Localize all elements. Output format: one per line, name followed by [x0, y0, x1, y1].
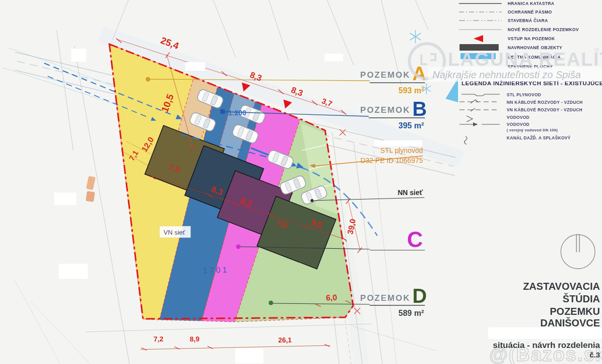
parcel-d-marker [269, 301, 273, 305]
legend-item-label: HRANICA KATASTRA [508, 1, 554, 6]
dim-label: 8,9 [190, 335, 200, 343]
parcel-d-letter: D [412, 285, 427, 307]
network-item-label: NN KÁBLOVÉ ROZVODY - VZDUCH [507, 100, 583, 105]
network-item-label: VN KÁBLOVÉ ROZVODY - VZDUCH [507, 107, 582, 112]
parcel-d-word: POZEMOK [360, 293, 410, 303]
parcel-a-marker [146, 77, 150, 82]
title-line: POZEMKU [550, 306, 600, 317]
parcel-number-label: 1701 [203, 265, 229, 275]
legend-item-label: VSTUP NA POZEMOK [508, 36, 555, 41]
parcel-a-area: 593 m² [398, 86, 424, 95]
vn-grid-label: VN sieť [164, 229, 185, 236]
parcel-d-area: 589 m² [398, 309, 424, 317]
dim-label: 26,1 [278, 336, 292, 344]
laguna-reg-mark: ® [594, 47, 599, 54]
title-line: ZASTAVOVACIA [523, 281, 600, 292]
gas-label-line1: STL plynovod [380, 146, 423, 154]
scale-note-label: 1:200 [228, 109, 246, 117]
title-subtitle: situácia - návrh rozdelenia [493, 340, 600, 350]
dim-label: 6,0 [326, 293, 337, 302]
nn-grid-label: NN sieť [398, 189, 423, 197]
laguna-brand-text: LAGUNA REALITY [448, 49, 602, 70]
parcel-a-word: POZEMOK [360, 70, 410, 80]
nn-marker [311, 199, 314, 202]
network-item-label: KANÁL DAŽĎ. A SPLAŠKOVÝ [507, 135, 571, 140]
dim-label: 7,2 [154, 335, 164, 343]
legend-item-label: NOVÉ ROZDELENIE POZEMKOV [508, 27, 579, 32]
parcel-c-marker [236, 245, 241, 249]
title-sheet-number: č.3 [589, 350, 600, 359]
gas-label-line2: D32 PE ID 1066975 [360, 156, 423, 164]
network-item-label: ( verejný vodovod DN 100) [507, 128, 558, 132]
parcel-b-letter: B [412, 98, 427, 120]
parcel-b-area: 395 m² [398, 121, 424, 130]
laguna-tagline-text: Najkrajšie nehnuteľnosti zo Spiša [432, 69, 581, 80]
title-line: DANIŠOVCE [540, 317, 600, 328]
site-plan-canvas: 25,4 8,3 8,3 3,7 10,5 7,1 12,0 7,0 8,3 8… [0, 0, 602, 364]
legend-item-label: STAVEBNÁ ČIARA [508, 18, 548, 23]
parcel-b-word: POZEMOK [360, 105, 410, 115]
title-line: ŠTÚDIA [563, 293, 600, 304]
parcel-c-letter: C [407, 227, 423, 252]
parcel-b-marker [220, 109, 225, 114]
site-plan-drawing: 25,4 8,3 8,3 3,7 10,5 7,1 12,0 7,0 8,3 8… [0, 0, 602, 364]
network-item-label: VODOVOD [507, 122, 530, 127]
network-item-label: VODOVOD [507, 115, 530, 120]
legend-item-label: OCHRANNÉ PÁSMO [508, 10, 552, 15]
network-item-label: STL PLYNOVOD [507, 92, 541, 97]
